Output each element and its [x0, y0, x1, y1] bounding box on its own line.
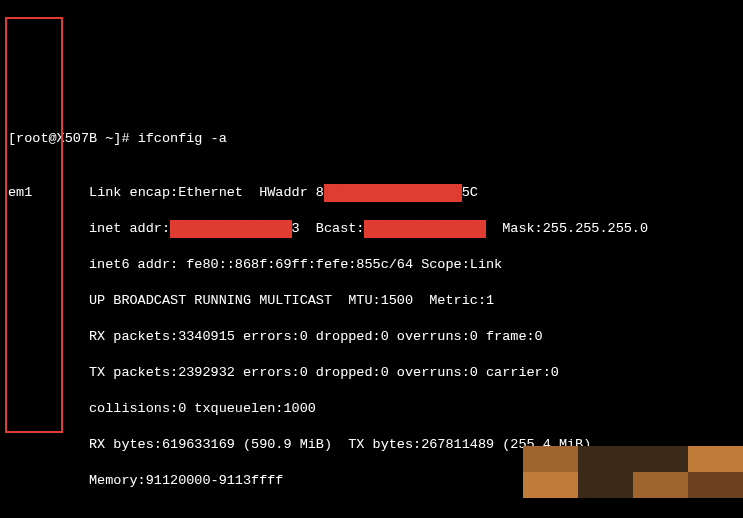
- shell-prompt: [root@X507B ~]#: [8, 131, 138, 146]
- output-line: inet addr:XXXXXXXXXXXXXXX3 Bcast:XXXXXXX…: [8, 220, 735, 238]
- output-line: collisions:0 txqueuelen:1000: [8, 400, 735, 418]
- redacted-bcast: XXXXXXXXXXXXXXX: [364, 220, 486, 238]
- output-line: RX packets:3340915 errors:0 dropped:0 ov…: [8, 328, 735, 346]
- output-line: Memory:91120000-9113ffff: [8, 472, 735, 490]
- output-line: UP BROADCAST RUNNING MULTICAST MTU:1500 …: [8, 292, 735, 310]
- blank-line: [8, 508, 735, 518]
- prompt-line: [root@X507B ~]# ifconfig -a: [8, 130, 735, 148]
- output-line: RX bytes:619633169 (590.9 MiB) TX bytes:…: [8, 436, 735, 454]
- iface-name: em1: [8, 185, 32, 200]
- output-line: inet6 addr: fe80::868f:69ff:fefe:855c/64…: [8, 256, 735, 274]
- output-line: TX packets:2392932 errors:0 dropped:0 ov…: [8, 364, 735, 382]
- output-line: em1 Link encap:Ethernet HWaddr 8XXXXXXXX…: [8, 184, 735, 202]
- redacted-ip: XXXXXXXXXXXXXXX: [170, 220, 292, 238]
- redacted-mac: XXXXXXXXXXXXXXXXX: [324, 184, 462, 202]
- command-text: ifconfig -a: [138, 131, 227, 146]
